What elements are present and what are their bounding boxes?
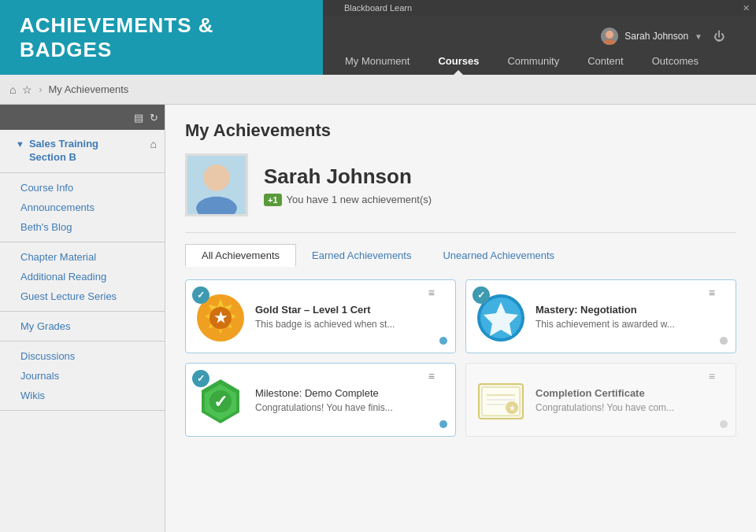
- tab-unearned-achievements[interactable]: Unearned Achievements: [427, 245, 570, 266]
- sidebar-item-discussions[interactable]: Discussions: [0, 346, 165, 366]
- card-desc-mastery: This achievement is awarded w...: [536, 319, 726, 330]
- power-icon[interactable]: ⏻: [713, 30, 724, 42]
- card-title-milestone-span: Demo Complete: [305, 387, 379, 399]
- nav-content[interactable]: Content: [573, 49, 638, 75]
- svg-point-0: [606, 31, 613, 39]
- sidebar-home-icon[interactable]: ⌂: [150, 138, 157, 150]
- sidebar-divider-1: [0, 172, 165, 173]
- sidebar-item-chapter-material[interactable]: Chapter Material: [0, 247, 165, 267]
- achievements-grid: ✓ ★ Gold Star – Level 1 Cert This badge …: [185, 279, 736, 437]
- profile-section: Sarah Johnson +1 You have 1 new achievem…: [185, 153, 736, 216]
- breadcrumb-bar: ⌂ ☆ › My Achievements: [0, 75, 756, 105]
- card-menu-icon-milestone[interactable]: ≡: [428, 370, 435, 382]
- svg-text:★: ★: [214, 310, 228, 326]
- nav-courses[interactable]: Courses: [424, 49, 493, 75]
- tab-earned-achievements[interactable]: Earned Achievements: [296, 245, 427, 266]
- card-status-dot-gold-star: [439, 337, 447, 345]
- card-status-dot-mastery: [720, 337, 728, 345]
- card-title-gold-star: Gold Star – Level 1 Cert: [255, 304, 446, 316]
- page-title: My Achievements: [185, 120, 736, 141]
- achievement-tabs: All Achievements Earned Achievements Une…: [185, 244, 736, 267]
- card-title-cert: Completion Certificate: [536, 387, 726, 399]
- card-desc-cert: Congratulations! You have com...: [536, 402, 726, 413]
- card-status-dot-milestone: [439, 420, 447, 428]
- card-info-mastery: Mastery: Negotiation This achievement is…: [536, 304, 726, 330]
- nav-user: Sarah Johnson ▼ ⏻: [601, 28, 724, 45]
- sidebar-item-my-grades[interactable]: My Grades: [0, 316, 165, 336]
- card-info-cert: Completion Certificate Congratulations! …: [536, 387, 726, 413]
- tab-all-achievements[interactable]: All Achievements: [185, 244, 296, 267]
- breadcrumb-separator: ›: [39, 84, 42, 95]
- badge-text: You have 1 new achievement(s): [287, 194, 432, 205]
- sidebar-divider-5: [0, 410, 165, 411]
- sidebar-item-course-info[interactable]: Course Info: [0, 178, 165, 198]
- achievement-card-mastery: ✓ Mastery: Negotiation This achievement …: [465, 279, 736, 353]
- profile-divider: [185, 232, 736, 233]
- card-title-mastery: Mastery: Negotiation: [536, 304, 726, 316]
- sidebar-course-title[interactable]: Sales Training: [29, 138, 98, 151]
- sidebar-divider-4: [0, 341, 165, 342]
- earned-check-icon-mastery: ✓: [472, 286, 490, 304]
- achievement-badge: +1 You have 1 new achievement(s): [264, 194, 432, 206]
- svg-text:★: ★: [509, 404, 516, 412]
- earned-check-icon-milestone: ✓: [192, 370, 209, 387]
- sidebar-arrow-icon[interactable]: ▼: [16, 139, 24, 149]
- user-avatar: [601, 28, 618, 45]
- nav-links: My Monument Courses Community Content Ou…: [331, 49, 713, 75]
- profile-info: Sarah Johnson +1 You have 1 new achievem…: [264, 164, 432, 206]
- main-layout: ▤ ↻ ▼ Sales Training Section B ⌂ Course …: [0, 105, 756, 532]
- card-status-dot-cert: [720, 420, 728, 428]
- nav-community[interactable]: Community: [493, 49, 573, 75]
- app-title: Blackboard Learn: [344, 3, 412, 13]
- card-menu-icon-cert[interactable]: ≡: [709, 370, 715, 382]
- sidebar-item-beths-blog[interactable]: Beth's Blog: [0, 217, 165, 237]
- card-desc-milestone: Congratulations! You have finis...: [255, 402, 446, 413]
- sidebar-course-header: ▼ Sales Training Section B ⌂: [0, 130, 165, 168]
- svg-point-1: [603, 39, 616, 45]
- card-title-milestone: Milestone: Demo Complete: [255, 387, 446, 399]
- badge-count: +1: [264, 194, 282, 206]
- sidebar-toolbar: ▤ ↻: [0, 105, 165, 130]
- sidebar-item-additional-reading[interactable]: Additional Reading: [0, 267, 165, 286]
- card-info-milestone: Milestone: Demo Complete Congratulations…: [255, 387, 446, 413]
- sidebar-refresh-icon[interactable]: ↻: [150, 112, 158, 124]
- sidebar-item-announcements[interactable]: Announcements: [0, 198, 165, 217]
- profile-avatar: [185, 153, 248, 216]
- card-info-gold-star: Gold Star – Level 1 Cert This badge is a…: [255, 304, 446, 330]
- badge-icon-cert: ★: [476, 376, 526, 427]
- achievement-card-cert: ★ Completion Certificate Congratulations…: [465, 363, 736, 437]
- sidebar: ▤ ↻ ▼ Sales Training Section B ⌂ Course …: [0, 105, 165, 532]
- sidebar-item-guest-lecture[interactable]: Guest Lecture Series: [0, 286, 165, 306]
- nav-outcomes[interactable]: Outcomes: [638, 49, 713, 75]
- earned-check-icon: ✓: [192, 286, 209, 304]
- achievement-card-milestone: ✓ ✓ Milestone: Demo Complete Co: [185, 363, 456, 437]
- svg-text:✓: ✓: [213, 392, 228, 412]
- sidebar-divider-2: [0, 242, 165, 242]
- svg-point-5: [203, 164, 229, 190]
- card-desc-gold-star: This badge is achieved when st...: [255, 319, 446, 330]
- bookmark-icon[interactable]: ☆: [22, 83, 32, 96]
- sidebar-tool-icon-1[interactable]: ▤: [134, 112, 143, 124]
- sidebar-item-wikis[interactable]: Wikis: [0, 386, 165, 405]
- banner-title: ACHIEVEMENTS & BADGES: [20, 13, 303, 62]
- profile-user-name: Sarah Johnson: [264, 164, 432, 189]
- nav-user-name: Sarah Johnson: [624, 31, 688, 42]
- achievement-card-gold-star: ✓ ★ Gold Star – Level 1 Cert This badge …: [185, 279, 456, 353]
- content-area: My Achievements Sarah Johnson +1 You hav…: [165, 105, 756, 532]
- card-menu-icon-mastery[interactable]: ≡: [709, 286, 715, 299]
- card-menu-icon-gold-star[interactable]: ≡: [428, 286, 435, 299]
- close-button[interactable]: ✕: [743, 3, 750, 13]
- breadcrumb-text: My Achievements: [48, 83, 128, 95]
- achievements-banner: ACHIEVEMENTS & BADGES: [0, 0, 323, 75]
- sidebar-course-subtitle[interactable]: Section B: [29, 151, 98, 164]
- nav-dropdown-icon[interactable]: ▼: [695, 32, 702, 41]
- nav-my-monument[interactable]: My Monument: [331, 49, 424, 75]
- sidebar-divider-3: [0, 311, 165, 312]
- home-icon[interactable]: ⌂: [9, 83, 16, 96]
- sidebar-item-journals[interactable]: Journals: [0, 366, 165, 386]
